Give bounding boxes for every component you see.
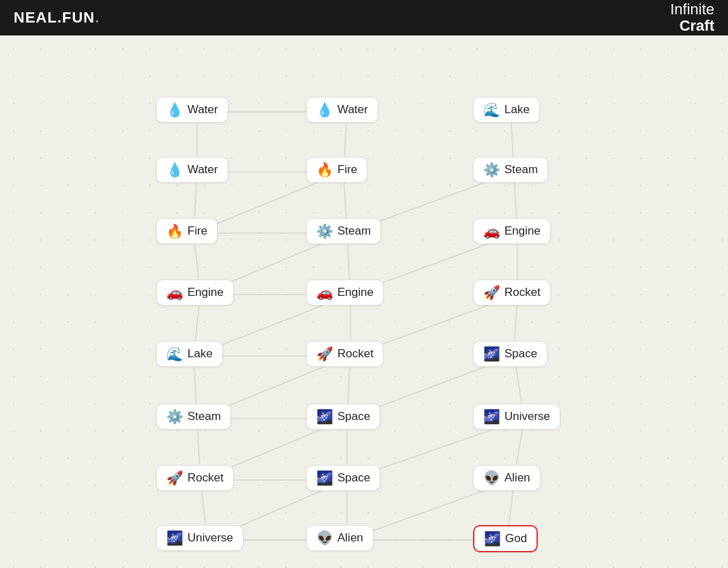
header: NEAL.FUN. Infinite Craft xyxy=(0,0,728,35)
craft-item-steam1[interactable]: ⚙️Steam xyxy=(473,157,548,183)
item-emoji-alien1: 👽 xyxy=(483,471,500,485)
craft-item-lake1[interactable]: 🌊Lake xyxy=(473,97,540,123)
brand-name: Infinite Craft xyxy=(670,1,714,34)
item-label-engine3: Engine xyxy=(337,286,374,299)
craft-item-space3[interactable]: 🌌Space xyxy=(306,465,380,491)
craft-item-engine3[interactable]: 🚗Engine xyxy=(306,280,384,305)
craft-item-steam3[interactable]: ⚙️Steam xyxy=(156,404,231,430)
item-label-rocket2: Rocket xyxy=(337,347,374,361)
craft-item-alien1[interactable]: 👽Alien xyxy=(473,465,541,491)
item-emoji-rocket3: 🚀 xyxy=(166,471,183,485)
item-emoji-lake2: 🌊 xyxy=(166,347,183,361)
item-label-fire1: Fire xyxy=(337,163,357,177)
craft-item-steam2[interactable]: ⚙️Steam xyxy=(306,218,381,244)
item-label-engine1: Engine xyxy=(504,224,541,238)
craft-item-alien2[interactable]: 👽Alien xyxy=(306,525,374,551)
craft-item-rocket3[interactable]: 🚀Rocket xyxy=(156,465,234,491)
item-emoji-universe2: 🌌 xyxy=(166,531,183,545)
item-emoji-universe1: 🌌 xyxy=(483,410,500,423)
craft-item-space1[interactable]: 🌌Space xyxy=(473,341,547,367)
item-label-rocket3: Rocket xyxy=(187,471,224,485)
craft-item-water3[interactable]: 💧Water xyxy=(156,157,228,183)
item-emoji-rocket1: 🚀 xyxy=(483,286,500,299)
main-area: 💧Water💧Water🌊Lake💧Water🔥Fire⚙️Steam🔥Fire… xyxy=(0,35,728,568)
craft-item-rocket2[interactable]: 🚀Rocket xyxy=(306,341,384,367)
item-emoji-rocket2: 🚀 xyxy=(316,347,333,361)
item-label-space3: Space xyxy=(337,471,370,485)
item-label-steam1: Steam xyxy=(504,163,538,177)
item-label-rocket1: Rocket xyxy=(504,286,541,299)
item-label-steam2: Steam xyxy=(337,224,371,238)
item-label-space1: Space xyxy=(504,347,537,361)
craft-item-rocket1[interactable]: 🚀Rocket xyxy=(473,280,551,305)
item-emoji-god: 🌌 xyxy=(484,532,501,545)
item-label-lake1: Lake xyxy=(504,103,530,117)
item-label-god: God xyxy=(505,532,527,545)
item-label-alien2: Alien xyxy=(337,531,363,545)
craft-item-god[interactable]: 🌌God xyxy=(473,525,538,552)
item-emoji-water3: 💧 xyxy=(166,163,183,177)
brand-line2: Craft xyxy=(670,18,714,34)
item-emoji-water1: 💧 xyxy=(166,103,183,117)
craft-item-water2[interactable]: 💧Water xyxy=(306,97,378,123)
item-label-alien1: Alien xyxy=(504,471,530,485)
item-emoji-engine1: 🚗 xyxy=(483,224,500,238)
logo-text: NEAL.FUN xyxy=(14,9,95,26)
craft-item-engine2[interactable]: 🚗Engine xyxy=(156,280,234,305)
item-emoji-fire2: 🔥 xyxy=(166,224,183,238)
item-label-water1: Water xyxy=(187,103,218,117)
item-label-universe2: Universe xyxy=(187,531,233,545)
brand-line1: Infinite xyxy=(670,1,714,18)
item-label-water3: Water xyxy=(187,163,218,177)
item-emoji-engine2: 🚗 xyxy=(166,286,183,299)
item-emoji-alien2: 👽 xyxy=(316,531,333,545)
item-label-space2: Space xyxy=(337,410,370,423)
item-label-steam3: Steam xyxy=(187,410,221,423)
item-emoji-space3: 🌌 xyxy=(316,471,333,485)
item-emoji-space1: 🌌 xyxy=(483,347,500,361)
item-label-water2: Water xyxy=(337,103,368,117)
item-emoji-steam1: ⚙️ xyxy=(483,163,500,177)
item-emoji-steam3: ⚙️ xyxy=(166,410,183,423)
item-emoji-engine3: 🚗 xyxy=(316,286,333,299)
logo: NEAL.FUN. xyxy=(14,9,100,27)
craft-item-engine1[interactable]: 🚗Engine xyxy=(473,218,551,244)
item-label-universe1: Universe xyxy=(504,410,550,423)
item-emoji-steam2: ⚙️ xyxy=(316,224,333,238)
craft-item-space2[interactable]: 🌌Space xyxy=(306,404,380,430)
item-emoji-water2: 💧 xyxy=(316,103,333,117)
craft-item-fire2[interactable]: 🔥Fire xyxy=(156,218,217,244)
craft-item-fire1[interactable]: 🔥Fire xyxy=(306,157,367,183)
item-label-fire2: Fire xyxy=(187,224,207,238)
craft-item-lake2[interactable]: 🌊Lake xyxy=(156,341,223,367)
item-emoji-fire1: 🔥 xyxy=(316,163,333,177)
craft-item-universe2[interactable]: 🌌Universe xyxy=(156,525,243,551)
item-emoji-lake1: 🌊 xyxy=(483,103,500,117)
craft-item-universe1[interactable]: 🌌Universe xyxy=(473,404,560,430)
craft-item-water1[interactable]: 💧Water xyxy=(156,97,228,123)
item-label-lake2: Lake xyxy=(187,347,213,361)
item-emoji-space2: 🌌 xyxy=(316,410,333,423)
item-label-engine2: Engine xyxy=(187,286,224,299)
